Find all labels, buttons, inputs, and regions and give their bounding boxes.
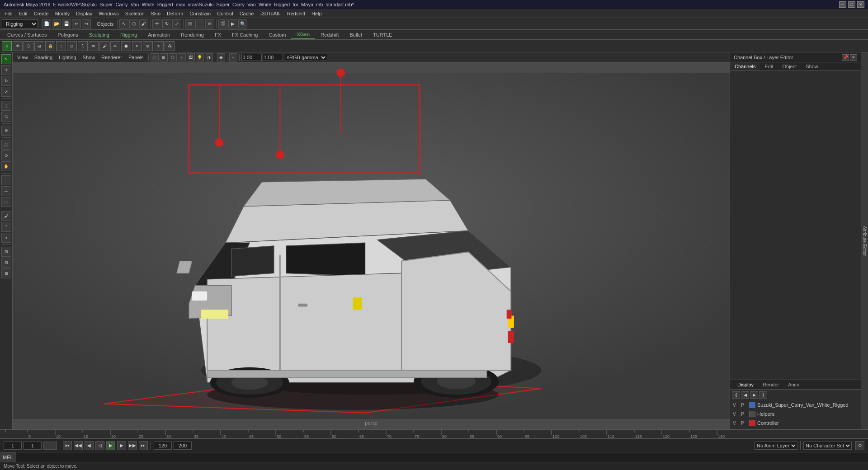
go-end-button[interactable]: ⏭ (139, 441, 148, 450)
show-manipulator-button[interactable]: ⊕ (1, 126, 11, 136)
tab-curves-surfaces[interactable]: Curves / Surfaces (2, 31, 52, 39)
anim-layer-select[interactable]: No Anim Layer (755, 442, 797, 450)
shelf-btn-deform[interactable]: ≋ (89, 41, 99, 51)
select-mode-button[interactable]: ↖ (1, 54, 11, 64)
shelf-btn-paint1[interactable]: 🖌 (99, 41, 109, 51)
paint-button[interactable]: 🖌 (139, 19, 148, 28)
menu-windows[interactable]: Windows (96, 10, 122, 17)
paint-weights-button[interactable]: 🖌 (1, 211, 11, 221)
vp-isolate-btn[interactable]: ◉ (217, 53, 225, 61)
frame-end-input[interactable] (154, 442, 172, 450)
orbit-button[interactable]: ⊙ (1, 150, 11, 160)
shelf-btn-x[interactable]: X (2, 41, 12, 51)
vp-pan-btn[interactable]: ↔ (229, 53, 237, 61)
prev-key-button[interactable]: ◀◀ (74, 441, 83, 450)
layer-row-controller[interactable]: V P Controller (732, 418, 859, 428)
scale-mode-button[interactable]: ⤢ (1, 87, 11, 97)
vp-menu-renderer[interactable]: Renderer (99, 54, 125, 61)
go-start-button[interactable]: ⏮ (63, 441, 72, 450)
menu-deform[interactable]: Deform (164, 10, 186, 17)
menu-constrain[interactable]: Constrain (187, 10, 213, 17)
cb-tab-channels[interactable]: Channels (730, 62, 760, 70)
vp-value2-input[interactable] (263, 54, 283, 61)
shelf-btn-lock[interactable]: 🔒 (45, 41, 55, 51)
display-tab-render[interactable]: Render (759, 381, 783, 388)
vp-smooth-btn[interactable]: ○ (178, 53, 186, 61)
menu-modify[interactable]: Modify (52, 10, 72, 17)
shelf-btn-wire[interactable]: ⊞ (34, 41, 44, 51)
cb-tab-edit[interactable]: Edit (760, 62, 778, 70)
save-file-button[interactable]: 💾 (62, 19, 71, 28)
tab-bullet[interactable]: Bullet (344, 31, 368, 39)
shelf-btn-xgen4[interactable]: ⁂ (165, 41, 175, 51)
menu-skin[interactable]: Skin (148, 10, 163, 17)
menu-skeleton[interactable]: Skeleton (123, 10, 147, 17)
sculpt-button[interactable]: ⌃ (1, 222, 11, 232)
menu-control[interactable]: Control (214, 10, 236, 17)
shelf-btn-joint[interactable]: ⊙ (67, 41, 77, 51)
camera-tools-button[interactable]: 🎥 (1, 140, 11, 150)
menu-create[interactable]: Create (31, 10, 52, 17)
tab-redshift[interactable]: Redshift (315, 31, 344, 39)
tab-sculpting[interactable]: Sculpting (84, 31, 115, 39)
vp-menu-show[interactable]: Show (80, 54, 98, 61)
frame-max-input[interactable] (174, 442, 192, 450)
snap-grid-button[interactable]: ⊞ (185, 19, 194, 28)
select-tool-button[interactable]: ↖ (119, 19, 128, 28)
cb-tab-object[interactable]: Object (778, 62, 801, 70)
edge-mode-button[interactable]: ─ (1, 186, 11, 196)
command-input[interactable] (16, 452, 868, 462)
pan-button[interactable]: ✋ (1, 161, 11, 171)
panel-close-button[interactable]: ✕ (850, 54, 857, 61)
vp-cam-btn[interactable]: 🎥 (151, 53, 159, 61)
scale-tool-button[interactable]: ⤢ (172, 19, 181, 28)
display-tab-display[interactable]: Display (734, 381, 757, 388)
menu-cache[interactable]: Cache (237, 10, 257, 17)
rotate-mode-button[interactable]: ↻ (1, 76, 11, 86)
menu-edit[interactable]: Edit (16, 10, 30, 17)
snap-point-button[interactable]: ⊕ (205, 19, 214, 28)
next-key-button[interactable]: ▶▶ (128, 441, 137, 450)
shelf-btn-ik[interactable]: ⤵ (78, 41, 88, 51)
new-file-button[interactable]: 📄 (42, 19, 51, 28)
minimize-button[interactable]: ─ (839, 1, 846, 8)
shelf-btn-paint2[interactable]: ✏ (110, 41, 120, 51)
preferences-button[interactable]: ⚙ (855, 441, 864, 450)
bind-skin-button[interactable]: ⊟ (1, 258, 11, 268)
menu-3dtoall[interactable]: -3DToAll- (257, 10, 283, 17)
close-button[interactable]: ✕ (857, 1, 864, 8)
menu-file[interactable]: File (2, 10, 15, 17)
tab-polygons[interactable]: Polygons (52, 31, 83, 39)
attribute-editor-tab[interactable]: Attribute Editor (861, 52, 868, 429)
play-forward-button[interactable]: ▶ (106, 441, 115, 450)
layer-row-van[interactable]: V P Suzuki_Super_Carry_Van_White_Rigged (732, 400, 859, 409)
vp-menu-shading[interactable]: Shading (32, 54, 55, 61)
cb-tab-show[interactable]: Show (801, 62, 823, 70)
ipr-button[interactable]: 🔍 (238, 19, 247, 28)
shelf-btn-poly[interactable]: ⬡ (24, 41, 33, 51)
vertex-mode-button[interactable]: · (1, 175, 11, 185)
face-mode-button[interactable]: □ (1, 197, 11, 207)
viewport-canvas[interactable]: persp (13, 62, 730, 429)
redo-button[interactable]: ↪ (82, 19, 91, 28)
vp-texture-btn[interactable]: 🖼 (187, 53, 195, 61)
tab-turtle[interactable]: TURTLE (368, 31, 398, 39)
quick-rig-button[interactable]: ⊞ (1, 247, 11, 257)
shelf-btn-xgen3[interactable]: ↯ (154, 41, 164, 51)
render-settings-button[interactable]: 🎬 (218, 19, 227, 28)
undo-button[interactable]: ↩ (72, 19, 81, 28)
render-button[interactable]: ▶ (228, 19, 237, 28)
step-back-button[interactable]: ◀ (85, 441, 94, 450)
vp-lighting-btn[interactable]: 💡 (196, 53, 204, 61)
move-tool-button[interactable]: ✛ (152, 19, 161, 28)
vp-menu-panels[interactable]: Panels (126, 54, 146, 61)
mode-selector[interactable]: Rigging (2, 19, 38, 28)
shelf-btn-xgen1[interactable]: ✦ (132, 41, 142, 51)
menu-redshift[interactable]: Redshift (284, 10, 308, 17)
step-forward-button[interactable]: ▶ (117, 441, 126, 450)
lasso-button[interactable]: ⬠ (129, 19, 138, 28)
tab-rendering[interactable]: Rendering (175, 31, 209, 39)
play-back-button[interactable]: ◁ (95, 441, 104, 450)
vp-wire-btn[interactable]: ⬡ (169, 53, 177, 61)
shelf-btn-xgen2[interactable]: ⊛ (143, 41, 153, 51)
